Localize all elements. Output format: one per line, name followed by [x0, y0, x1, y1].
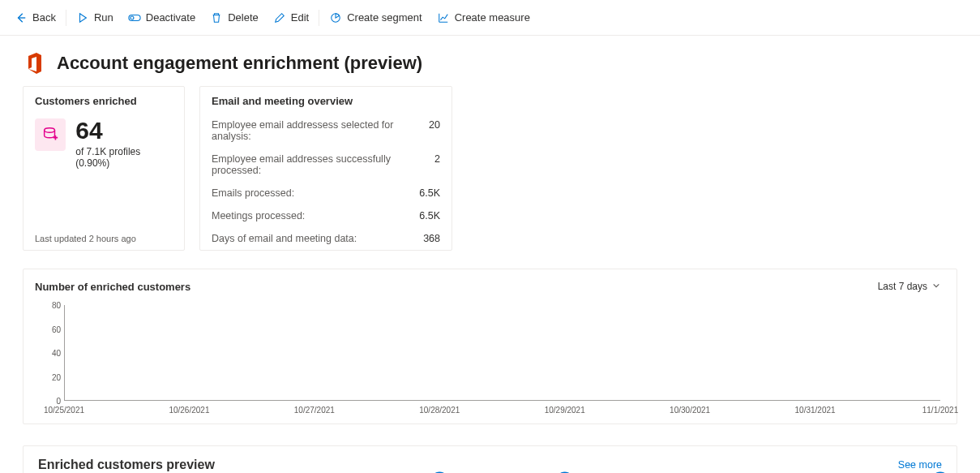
summary-cards-row: Customers enriched 64 of 7.1K profiles (… [0, 86, 980, 251]
chevron-down-icon [932, 281, 940, 292]
overview-label: Days of email and meeting data: [212, 233, 357, 244]
preview-title: Enriched customers preview [38, 458, 215, 472]
range-label: Last 7 days [878, 281, 927, 292]
toolbar: Back Run Deactivate Delete Edit Create s… [0, 0, 980, 36]
customers-enriched-card: Customers enriched 64 of 7.1K profiles (… [23, 86, 185, 251]
x-tick-label: 10/27/2021 [294, 406, 335, 415]
overview-value: 6.5K [419, 210, 440, 221]
x-tick-label: 10/26/2021 [169, 406, 209, 415]
pie-icon [329, 11, 342, 24]
overview-label: Employee email addresses successfully pr… [212, 153, 434, 176]
card-header: Customers enriched [24, 87, 184, 114]
y-tick-label: 0 [56, 397, 61, 406]
svg-point-4 [45, 128, 55, 133]
overview-row: Emails processed:6.5K [200, 182, 451, 204]
office-logo-icon [23, 52, 45, 75]
chart-line-icon [437, 11, 450, 24]
delete-button[interactable]: Delete [203, 6, 265, 29]
back-button[interactable]: Back [8, 6, 62, 29]
y-tick-label: 40 [52, 349, 61, 358]
enriched-customers-chart-card: Number of enriched customers Last 7 days… [23, 269, 957, 424]
y-tick-label: 20 [52, 372, 61, 381]
create-segment-label: Create segment [347, 11, 422, 24]
overview-label: Employee email addressess selected for a… [212, 119, 429, 142]
overview-row: Employee email addresses successfully pr… [200, 148, 451, 182]
delete-label: Delete [228, 11, 259, 24]
x-tick-label: 10/25/2021 [44, 406, 84, 415]
time-range-dropdown[interactable]: Last 7 days [873, 277, 945, 295]
x-tick-label: 10/31/2021 [795, 406, 836, 415]
page-title: Account engagement enrichment (preview) [57, 53, 422, 74]
toolbar-separator [319, 10, 319, 26]
deactivate-label: Deactivate [146, 11, 195, 24]
enriched-count: 64 [75, 118, 173, 143]
page-header: Account engagement enrichment (preview) [0, 36, 980, 86]
create-measure-label: Create measure [455, 11, 530, 24]
play-icon [76, 11, 89, 24]
overview-value: 6.5K [419, 187, 440, 199]
edit-label: Edit [291, 11, 309, 24]
x-tick-label: 10/30/2021 [670, 406, 710, 415]
overview-value: 368 [423, 233, 440, 244]
overview-label: Meetings processed: [212, 210, 305, 221]
arrow-left-icon [15, 11, 28, 24]
toggle-off-icon [128, 11, 141, 24]
see-more-link[interactable]: See more [898, 459, 942, 471]
enriched-customers-preview-card: Enriched customers preview See more Prim… [23, 445, 957, 473]
overview-value: 2 [434, 153, 440, 176]
deactivate-button[interactable]: Deactivate [122, 6, 202, 29]
run-label: Run [94, 11, 113, 24]
y-tick-label: 80 [52, 301, 61, 310]
pencil-icon [273, 11, 286, 24]
chart-plot-area: 020406080 10/25/202110/26/202110/27/2021… [40, 305, 940, 419]
x-tick-label: 11/1/2021 [922, 406, 959, 415]
overview-row: Meetings processed:6.5K [200, 204, 451, 227]
chart-title: Number of enriched customers [35, 281, 190, 293]
overview-label: Emails processed: [212, 187, 294, 199]
last-updated-text: Last updated 2 hours ago [24, 227, 184, 250]
create-measure-button[interactable]: Create measure [430, 6, 537, 29]
create-segment-button[interactable]: Create segment [323, 6, 429, 29]
toolbar-separator [66, 10, 66, 26]
y-tick-label: 60 [52, 325, 61, 333]
overview-value: 20 [429, 119, 440, 142]
trash-icon [210, 11, 223, 24]
edit-button[interactable]: Edit [267, 6, 315, 29]
enriched-subtext: of 7.1K profiles (0.90%) [75, 146, 173, 169]
back-label: Back [32, 11, 56, 24]
enrich-icon [35, 118, 66, 151]
x-tick-label: 10/29/2021 [545, 406, 585, 415]
overview-row: Days of email and meeting data:368 [200, 227, 451, 250]
email-meeting-overview-card: Email and meeting overview Employee emai… [199, 86, 452, 251]
run-button[interactable]: Run [70, 6, 120, 29]
card-header: Email and meeting overview [200, 87, 451, 114]
x-tick-label: 10/28/2021 [419, 406, 460, 415]
svg-point-2 [131, 15, 134, 19]
overview-row: Employee email addressess selected for a… [200, 114, 451, 148]
